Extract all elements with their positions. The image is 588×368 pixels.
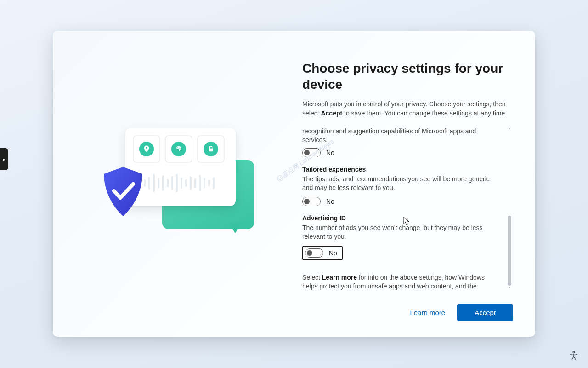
- toggle-row-inking: No: [302, 148, 497, 157]
- tile-fingerprint: [165, 135, 192, 163]
- intro-text: Microsoft puts you in control of your pr…: [302, 100, 513, 118]
- settings-scroll-area: recognition and suggestion capabilities …: [302, 127, 513, 292]
- fingerprint-icon: [171, 142, 186, 156]
- content-pane: Choose privacy settings for your device …: [294, 31, 535, 337]
- settings-list: recognition and suggestion capabilities …: [302, 127, 506, 292]
- setting-desc: The tips, ads, and recommendations you s…: [302, 175, 497, 192]
- toggle-advertising-id[interactable]: [305, 248, 323, 258]
- toggle-tailored-label: No: [326, 198, 334, 205]
- illustration-tiles: [133, 135, 225, 163]
- toggle-row-tailored: No: [302, 197, 497, 206]
- intro-post: to save them. You can change these setti…: [342, 109, 507, 117]
- toggle-focus-ring: No: [302, 246, 343, 260]
- intro-bold: Accept: [321, 109, 342, 117]
- setting-tailored-experiences: Tailored experiences The tips, ads, and …: [302, 166, 497, 206]
- location-pin-icon: [139, 142, 154, 156]
- expand-panel-icon: ▸: [3, 156, 6, 162]
- footnote-pre: Select: [302, 274, 322, 281]
- waveform-shape: [135, 174, 215, 192]
- speech-bubble-tail: [229, 223, 242, 233]
- shield-check-icon: [100, 166, 146, 218]
- privacy-illustration: [96, 124, 252, 244]
- chevron-up-icon: ˄: [509, 128, 511, 132]
- learn-more-footnote: Select Learn more for info on the above …: [302, 273, 497, 292]
- learn-more-button[interactable]: Learn more: [410, 309, 445, 316]
- setting-advertising-id: Advertising ID The number of ads you see…: [302, 214, 497, 260]
- scroll-up-button[interactable]: ˄: [506, 127, 513, 133]
- svg-point-0: [573, 351, 575, 353]
- toggle-tailored-experiences[interactable]: [302, 197, 321, 206]
- scrollbar-track[interactable]: [508, 133, 511, 286]
- accept-button[interactable]: Accept: [457, 304, 513, 321]
- accessibility-icon[interactable]: [569, 351, 579, 361]
- toggle-advertising-label: No: [329, 249, 337, 257]
- oobe-card: Choose privacy settings for your device …: [53, 31, 535, 337]
- chevron-down-icon: ˅: [509, 287, 511, 291]
- tile-location: [133, 135, 160, 163]
- toggle-inking[interactable]: [302, 148, 321, 157]
- scrollbar[interactable]: ˄ ˅: [506, 127, 513, 292]
- scroll-down-button[interactable]: ˅: [506, 286, 513, 292]
- setting-title: Tailored experiences: [302, 166, 497, 173]
- setting-desc: The number of ads you see won't change, …: [302, 224, 497, 241]
- tile-lock: [197, 135, 225, 163]
- edge-expand-tab[interactable]: ▸: [0, 148, 8, 170]
- footer-actions: Learn more Accept: [302, 304, 513, 321]
- footnote-bold: Learn more: [322, 274, 357, 281]
- lock-icon: [204, 142, 218, 156]
- partial-previous-setting-desc: recognition and suggestion capabilities …: [302, 127, 497, 144]
- setting-title: Advertising ID: [302, 214, 497, 222]
- toggle-inking-label: No: [326, 149, 334, 156]
- page-title: Choose privacy settings for your device: [302, 60, 513, 92]
- scrollbar-thumb[interactable]: [508, 216, 511, 286]
- illustration-pane: [53, 31, 294, 337]
